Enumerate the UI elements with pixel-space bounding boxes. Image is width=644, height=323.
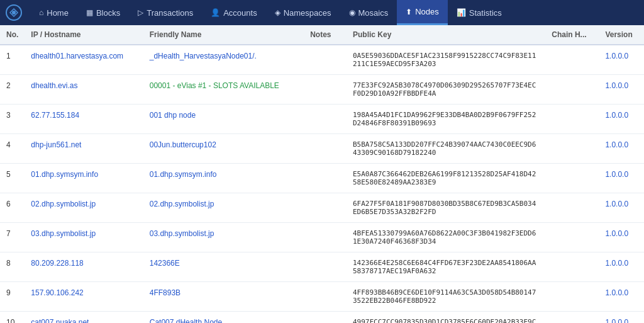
cell-no: 1 bbox=[0, 45, 25, 75]
cell-notes bbox=[304, 252, 347, 282]
cell-friendly-name[interactable]: _dHealth_HarvestasyaNode01/. bbox=[143, 45, 304, 75]
cell-version[interactable]: 1.0.0.0 bbox=[599, 75, 644, 105]
cell-friendly-name[interactable]: 4FF893B bbox=[143, 282, 304, 312]
svg-point-1 bbox=[12, 11, 16, 14]
cell-hostname[interactable]: cat007.nuaka.net bbox=[25, 312, 143, 324]
hostname-link[interactable]: 03.dhp.symbolist.jp bbox=[31, 229, 96, 238]
hostname-link[interactable]: dhp-jun561.net bbox=[31, 140, 81, 149]
cell-version[interactable]: 1.0.0.0 bbox=[599, 193, 644, 223]
cell-hostname[interactable]: 03.dhp.symbolist.jp bbox=[25, 223, 143, 252]
table-row: 602.dhp.symbolist.jp02.dhp.symbolist.jp6… bbox=[0, 193, 644, 223]
cell-chain bbox=[545, 105, 599, 134]
cell-no: 7 bbox=[0, 223, 25, 252]
cell-hostname[interactable]: dhealth01.harvestasya.com bbox=[25, 45, 143, 75]
friendly-name-link[interactable]: 4FF893B bbox=[150, 288, 180, 297]
cell-version[interactable]: 1.0.0.0 bbox=[599, 164, 644, 193]
cell-version[interactable]: 1.0.0.0 bbox=[599, 223, 644, 252]
nav-item-namespaces[interactable]: ◈ Namespaces bbox=[266, 0, 340, 25]
nav-item-home-label: Home bbox=[47, 8, 69, 18]
friendly-name-link[interactable]: _dHealth_HarvestasyaNode01/. bbox=[150, 52, 257, 60]
col-no: No. bbox=[0, 25, 25, 45]
nav-item-nodes[interactable]: ⬆ Nodes bbox=[397, 0, 448, 25]
friendly-name-link[interactable]: 001 dhp node bbox=[150, 111, 196, 120]
cell-notes bbox=[304, 193, 347, 223]
friendly-name-link[interactable]: 02.dhp.symbolist.jp bbox=[150, 200, 214, 208]
hostname-link[interactable]: dhealth01.harvestasya.com bbox=[31, 52, 123, 60]
cell-friendly-name[interactable]: 00Jun.buttercup102 bbox=[143, 134, 304, 164]
cell-friendly-name[interactable]: 00001 - eVias #1 - SLOTS AVAILABLE bbox=[143, 75, 304, 105]
nodes-table: No. IP / Hostname Friendly Name Notes Pu… bbox=[0, 25, 644, 323]
cell-hostname[interactable]: dhealth.evi.as bbox=[25, 75, 143, 105]
cell-friendly-name[interactable]: 001 dhp node bbox=[143, 105, 304, 134]
nav-item-accounts[interactable]: 👤 Accounts bbox=[202, 0, 265, 25]
friendly-name-link[interactable]: Cat007 dHealth Node bbox=[150, 318, 222, 323]
cell-chain bbox=[545, 312, 599, 324]
version-link[interactable]: 1.0.0.0 bbox=[605, 81, 628, 90]
transactions-icon: ▷ bbox=[138, 8, 143, 17]
cell-hostname[interactable]: 62.77.155.184 bbox=[25, 105, 143, 134]
version-link[interactable]: 1.0.0.0 bbox=[605, 318, 628, 323]
cell-no: 9 bbox=[0, 282, 25, 312]
nav-item-transactions[interactable]: ▷ Transactions bbox=[129, 0, 202, 25]
cell-pubkey: 77E33FC92A5B3078C4970D06309D295265707F73… bbox=[347, 75, 545, 105]
cell-version[interactable]: 1.0.0.0 bbox=[599, 252, 644, 282]
cell-chain bbox=[545, 164, 599, 193]
namespaces-icon: ◈ bbox=[275, 8, 280, 17]
nav-item-blocks[interactable]: ▦ Blocks bbox=[77, 0, 129, 25]
cell-version[interactable]: 1.0.0.0 bbox=[599, 45, 644, 75]
version-link[interactable]: 1.0.0.0 bbox=[605, 200, 628, 208]
cell-hostname[interactable]: 02.dhp.symbolist.jp bbox=[25, 193, 143, 223]
version-link[interactable]: 1.0.0.0 bbox=[605, 170, 628, 179]
nav-item-home[interactable]: ⌂ Home bbox=[30, 0, 77, 25]
version-link[interactable]: 1.0.0.0 bbox=[605, 229, 628, 238]
nav-item-blocks-label: Blocks bbox=[96, 8, 120, 18]
cell-hostname[interactable]: 01.dhp.symsym.info bbox=[25, 164, 143, 193]
friendly-name-link[interactable]: 01.dhp.symsym.info bbox=[150, 170, 217, 179]
version-link[interactable]: 1.0.0.0 bbox=[605, 288, 628, 297]
cell-pubkey: 198A45A4D1FC1DA9962F9E33DB4BA0D2B9F0679F… bbox=[347, 105, 545, 134]
cell-notes bbox=[304, 312, 347, 324]
cell-friendly-name[interactable]: 03.dhp.symbolist.jp bbox=[143, 223, 304, 252]
cell-friendly-name[interactable]: 142366E bbox=[143, 252, 304, 282]
nav-item-statistics[interactable]: 📊 Statistics bbox=[448, 0, 511, 25]
friendly-name-link[interactable]: 00001 - eVias #1 - SLOTS AVAILABLE bbox=[150, 81, 279, 90]
hostname-link[interactable]: 157.90.106.242 bbox=[31, 288, 83, 297]
blocks-icon: ▦ bbox=[86, 8, 93, 17]
cell-friendly-name[interactable]: 01.dhp.symsym.info bbox=[143, 164, 304, 193]
cell-friendly-name[interactable]: Cat007 dHealth Node bbox=[143, 312, 304, 324]
hostname-link[interactable]: cat007.nuaka.net bbox=[31, 318, 89, 323]
hostname-link[interactable]: dhealth.evi.as bbox=[31, 81, 77, 90]
friendly-name-link[interactable]: 03.dhp.symbolist.jp bbox=[150, 229, 214, 238]
cell-version[interactable]: 1.0.0.0 bbox=[599, 282, 644, 312]
hostname-link[interactable]: 02.dhp.symbolist.jp bbox=[31, 200, 96, 208]
cell-hostname[interactable]: dhp-jun561.net bbox=[25, 134, 143, 164]
cell-pubkey: 4997FCC7CC907835D30D1CD3785F6C60DE20A2B3… bbox=[347, 312, 545, 324]
cell-notes bbox=[304, 105, 347, 134]
nav-item-mosaics[interactable]: ◉ Mosaics bbox=[340, 0, 397, 25]
hostname-link[interactable]: 62.77.155.184 bbox=[31, 111, 79, 120]
cell-pubkey: E5A0A87C366462DEB26A6199F81213528D25AF41… bbox=[347, 164, 545, 193]
cell-friendly-name[interactable]: 02.dhp.symbolist.jp bbox=[143, 193, 304, 223]
cell-hostname[interactable]: 157.90.106.242 bbox=[25, 282, 143, 312]
nav-item-statistics-label: Statistics bbox=[469, 8, 502, 18]
col-version: Version bbox=[599, 25, 644, 45]
table-row: 880.209.228.118142366E142366E4E258C6E684… bbox=[0, 252, 644, 282]
table-row: 2dhealth.evi.as00001 - eVias #1 - SLOTS … bbox=[0, 75, 644, 105]
version-link[interactable]: 1.0.0.0 bbox=[605, 259, 628, 268]
hostname-link[interactable]: 01.dhp.symsym.info bbox=[31, 170, 98, 179]
cell-hostname[interactable]: 80.209.228.118 bbox=[25, 252, 143, 282]
hostname-link[interactable]: 80.209.228.118 bbox=[31, 259, 83, 268]
nav-item-accounts-label: Accounts bbox=[223, 8, 257, 18]
col-notes: Notes bbox=[304, 25, 347, 45]
table-row: 703.dhp.symbolist.jp03.dhp.symbolist.jp4… bbox=[0, 223, 644, 252]
friendly-name-link[interactable]: 00Jun.buttercup102 bbox=[150, 140, 216, 149]
cell-version[interactable]: 1.0.0.0 bbox=[599, 105, 644, 134]
friendly-name-link[interactable]: 142366E bbox=[150, 259, 180, 268]
cell-pubkey: 4BFEA51330799A60A76D8622A00C3F3B041982F3… bbox=[347, 223, 545, 252]
version-link[interactable]: 1.0.0.0 bbox=[605, 52, 628, 60]
version-link[interactable]: 1.0.0.0 bbox=[605, 140, 628, 149]
nav-item-namespaces-label: Namespaces bbox=[284, 8, 331, 18]
version-link[interactable]: 1.0.0.0 bbox=[605, 111, 628, 120]
cell-version[interactable]: 1.0.0.0 bbox=[599, 134, 644, 164]
cell-version[interactable]: 1.0.0.0 bbox=[599, 312, 644, 324]
